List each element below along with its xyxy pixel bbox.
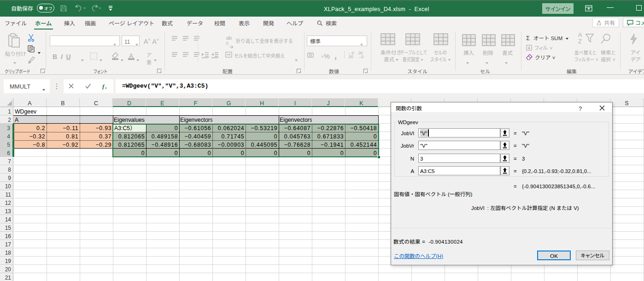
svg-text:x: x — [105, 85, 107, 90]
